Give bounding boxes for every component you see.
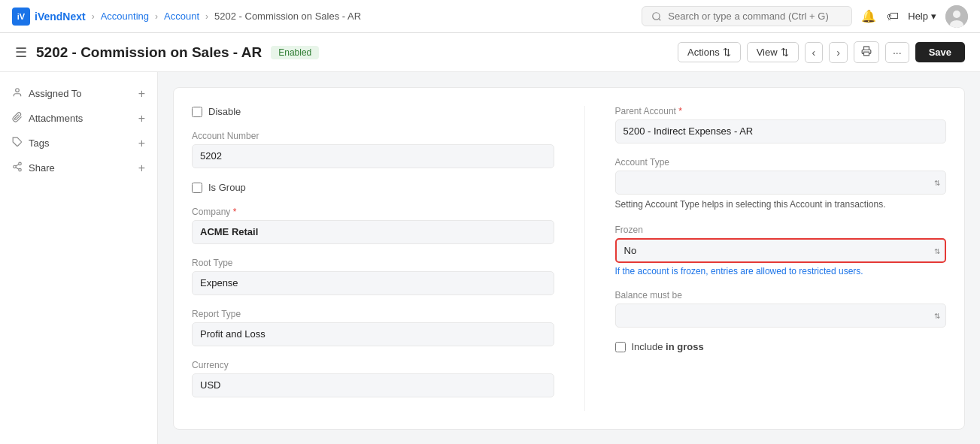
more-button[interactable]: ··· bbox=[885, 42, 909, 63]
svg-point-8 bbox=[19, 162, 22, 165]
frozen-label: Frozen bbox=[615, 225, 947, 235]
include-gross-checkbox[interactable] bbox=[615, 342, 626, 352]
save-button[interactable]: Save bbox=[915, 42, 965, 62]
search-input[interactable] bbox=[668, 11, 842, 22]
svg-point-0 bbox=[653, 12, 660, 19]
frozen-select[interactable]: No Yes bbox=[615, 238, 947, 263]
account-type-help: Setting Account Type helps in selecting … bbox=[615, 198, 947, 211]
form-left: Disable Account Number 5202 Is Group bbox=[192, 106, 554, 411]
account-type-select-wrap: ⇅ bbox=[615, 171, 947, 195]
help-chevron-icon: ▾ bbox=[931, 11, 936, 22]
svg-point-9 bbox=[14, 165, 17, 168]
report-type-value: Profit and Loss bbox=[192, 322, 554, 346]
form-right: Parent Account 5200 - Indirect Expenses … bbox=[584, 106, 947, 411]
company-value: ACME Retail bbox=[192, 220, 554, 244]
sidebar-item-assigned-to[interactable]: Assigned To + bbox=[0, 81, 157, 106]
svg-rect-5 bbox=[863, 52, 869, 56]
currency-value: USD bbox=[192, 373, 554, 397]
print-icon bbox=[861, 46, 872, 56]
logo-text[interactable]: iVendNext bbox=[35, 11, 86, 23]
share-add-icon[interactable]: + bbox=[138, 162, 145, 174]
root-type-value: Expense bbox=[192, 271, 554, 295]
company-label: Company bbox=[192, 207, 554, 217]
form-area: Disable Account Number 5202 Is Group bbox=[158, 72, 980, 444]
nav-icons: 🔔 🏷 bbox=[861, 9, 899, 23]
view-label: View bbox=[757, 47, 778, 58]
svg-point-3 bbox=[953, 11, 960, 18]
parent-account-label: Parent Account bbox=[615, 106, 947, 116]
logo[interactable]: iV iVendNext bbox=[12, 8, 86, 26]
attachments-add-icon[interactable]: + bbox=[138, 113, 145, 125]
actions-button[interactable]: Actions ⇅ bbox=[678, 42, 741, 62]
report-type-group: Report Type Profit and Loss bbox=[192, 309, 554, 346]
svg-point-6 bbox=[16, 89, 20, 92]
next-button[interactable]: › bbox=[829, 42, 848, 63]
toolbar: ☰ 5202 - Commission on Sales - AR Enable… bbox=[0, 33, 980, 72]
help-button[interactable]: Help ▾ bbox=[908, 11, 936, 22]
avatar[interactable] bbox=[945, 5, 968, 28]
tags-add-icon[interactable]: + bbox=[138, 137, 145, 150]
hamburger-menu[interactable]: ☰ bbox=[15, 44, 27, 61]
include-gross-bold: in gross bbox=[666, 341, 704, 352]
form-grid: Disable Account Number 5202 Is Group bbox=[192, 106, 946, 411]
breadcrumb-account[interactable]: Account bbox=[164, 11, 199, 22]
sidebar-attachments-label: Attachments bbox=[29, 113, 83, 124]
balance-must-be-select-wrap: ⇅ bbox=[615, 304, 947, 328]
avatar-image bbox=[945, 5, 968, 28]
nav-right: 🔔 🏷 Help ▾ bbox=[642, 5, 968, 28]
svg-line-12 bbox=[16, 165, 19, 166]
view-button[interactable]: View ⇅ bbox=[747, 42, 799, 62]
toolbar-left: ☰ 5202 - Commission on Sales - AR Enable… bbox=[15, 44, 319, 61]
assigned-to-icon bbox=[12, 87, 23, 100]
sidebar-share-label: Share bbox=[29, 162, 55, 174]
disable-label: Disable bbox=[208, 106, 241, 117]
sidebar: Assigned To + Attachments + Tags + bbox=[0, 72, 158, 444]
is-group-label: Is Group bbox=[208, 182, 246, 193]
view-chevron-icon: ⇅ bbox=[781, 47, 789, 58]
balance-must-be-select[interactable] bbox=[615, 304, 947, 328]
nav-left: iV iVendNext › Accounting › Account › 52… bbox=[12, 8, 361, 26]
parent-account-value: 5200 - Indirect Expenses - AR bbox=[615, 119, 947, 143]
account-type-label: Account Type bbox=[615, 157, 947, 168]
share-icon bbox=[12, 162, 23, 174]
breadcrumb-sep-2: › bbox=[155, 11, 158, 22]
company-group: Company ACME Retail bbox=[192, 207, 554, 244]
breadcrumb-sep-3: › bbox=[205, 11, 208, 22]
logo-icon: iV bbox=[12, 8, 30, 26]
include-gross-label: Include in gross bbox=[632, 341, 704, 352]
sidebar-item-attachments[interactable]: Attachments + bbox=[0, 106, 157, 131]
print-button[interactable] bbox=[854, 41, 879, 63]
breadcrumb-current: 5202 - Commission on Sales - AR bbox=[214, 11, 361, 22]
actions-chevron-icon: ⇅ bbox=[723, 47, 731, 58]
is-group-checkbox[interactable] bbox=[192, 183, 202, 193]
balance-must-be-group: Balance must be ⇅ bbox=[615, 290, 947, 328]
account-type-select[interactable] bbox=[615, 171, 947, 195]
parent-account-group: Parent Account 5200 - Indirect Expenses … bbox=[615, 106, 947, 143]
tags-icon bbox=[12, 137, 23, 150]
root-type-group: Root Type Expense bbox=[192, 258, 554, 295]
sidebar-item-tags[interactable]: Tags + bbox=[0, 131, 157, 156]
prev-button[interactable]: ‹ bbox=[805, 42, 824, 63]
sidebar-assigned-to-label: Assigned To bbox=[29, 88, 82, 99]
search-icon bbox=[651, 11, 662, 22]
toolbar-right: Actions ⇅ View ⇅ ‹ › ··· Save bbox=[678, 41, 965, 63]
form-card: Disable Account Number 5202 Is Group bbox=[173, 87, 965, 430]
breadcrumb-accounting[interactable]: Accounting bbox=[101, 11, 149, 22]
account-number-group: Account Number 5202 bbox=[192, 131, 554, 168]
frozen-select-wrap: No Yes ⇅ bbox=[615, 238, 947, 263]
assigned-to-add-icon[interactable]: + bbox=[138, 88, 145, 100]
search-bar[interactable] bbox=[642, 6, 852, 26]
disable-checkbox[interactable] bbox=[192, 107, 202, 117]
page-title: 5202 - Commission on Sales - AR bbox=[36, 44, 262, 61]
notification-icon[interactable]: 🔔 bbox=[861, 9, 876, 23]
attachments-icon bbox=[12, 112, 23, 125]
tag-icon[interactable]: 🏷 bbox=[887, 10, 899, 23]
sidebar-item-share[interactable]: Share + bbox=[0, 156, 157, 180]
account-number-label: Account Number bbox=[192, 131, 554, 141]
include-gross-row: Include in gross bbox=[615, 341, 947, 352]
disable-row: Disable bbox=[192, 106, 554, 117]
frozen-group: Frozen No Yes ⇅ If the account is frozen… bbox=[615, 225, 947, 276]
svg-line-11 bbox=[16, 168, 19, 169]
top-nav: iV iVendNext › Accounting › Account › 52… bbox=[0, 0, 980, 33]
balance-must-be-label: Balance must be bbox=[615, 290, 947, 301]
